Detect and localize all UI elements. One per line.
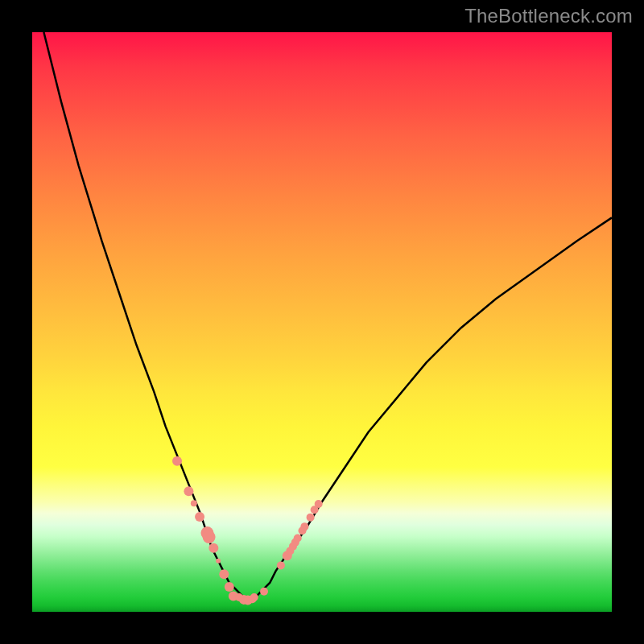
curve-right bbox=[246, 217, 612, 600]
curve-left bbox=[43, 32, 246, 601]
data-marker bbox=[250, 593, 258, 601]
chart-overlay-svg bbox=[32, 32, 612, 612]
data-marker bbox=[277, 561, 285, 569]
markers-layer bbox=[172, 456, 323, 605]
data-marker bbox=[315, 500, 323, 508]
data-marker bbox=[203, 530, 216, 543]
watermark-text: TheBottleneck.com bbox=[464, 5, 633, 27]
data-marker bbox=[235, 593, 243, 601]
data-marker bbox=[216, 559, 221, 564]
data-marker bbox=[300, 522, 308, 530]
data-marker bbox=[184, 486, 193, 496]
data-marker bbox=[191, 500, 197, 506]
data-marker bbox=[260, 588, 268, 596]
data-marker bbox=[225, 582, 234, 592]
data-marker bbox=[219, 569, 229, 579]
data-marker bbox=[208, 543, 218, 553]
data-marker bbox=[195, 512, 204, 522]
data-marker bbox=[172, 456, 182, 466]
data-marker bbox=[307, 514, 315, 522]
data-marker bbox=[294, 535, 302, 543]
